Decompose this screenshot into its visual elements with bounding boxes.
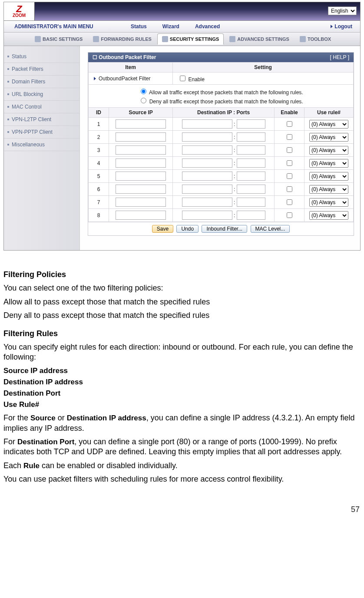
dest-port-input[interactable]	[237, 211, 265, 220]
rule-row: 1 : (0) Always	[89, 118, 354, 131]
sidebar-item-mac-control[interactable]: MAC Control	[4, 101, 79, 113]
dest-port-input[interactable]	[237, 159, 265, 168]
policy-radio-block: Allow all traffic except those packets t…	[89, 85, 354, 108]
dest-cell: :	[173, 209, 275, 222]
dest-ip-input[interactable]	[182, 172, 232, 181]
dest-ip-input[interactable]	[182, 159, 232, 168]
source-ip-input[interactable]	[116, 159, 166, 168]
rule-id: 2	[89, 131, 109, 144]
enable-outbound-checkbox[interactable]	[180, 76, 185, 81]
rule-enable-checkbox[interactable]	[287, 212, 292, 218]
radio-allow-label[interactable]: Allow all traffic except those packets t…	[91, 87, 351, 96]
dest-ip-input[interactable]	[182, 145, 232, 155]
rule-enable-checkbox[interactable]	[287, 147, 292, 153]
sidebar-item-vpn-l2tp[interactable]: VPN-L2TP Client	[4, 113, 79, 126]
dest-port-input[interactable]	[237, 145, 265, 155]
dest-ip-input[interactable]	[182, 132, 232, 142]
dest-port-input[interactable]	[237, 132, 265, 142]
tab-basic-settings[interactable]: BASIC SETTINGS	[30, 33, 87, 45]
rule-enable-checkbox[interactable]	[287, 134, 292, 140]
rule-id: 3	[89, 144, 109, 157]
use-rule-select[interactable]: (0) Always	[309, 198, 348, 207]
radio-allow[interactable]	[141, 89, 146, 94]
sidebar-item-domain-filters[interactable]: Domain Filters	[4, 76, 79, 88]
source-ip-input[interactable]	[116, 185, 166, 194]
use-rule-select[interactable]: (0) Always	[309, 211, 348, 220]
filter-config-table: Item Setting OutboundPacket Filter Enabl…	[88, 62, 354, 222]
sidebar-item-status[interactable]: Status	[4, 50, 79, 63]
rule-enable-checkbox[interactable]	[287, 199, 292, 205]
undo-button[interactable]: Undo	[176, 225, 199, 233]
dest-ip-input[interactable]	[182, 198, 232, 207]
use-rule-select[interactable]: (0) Always	[309, 133, 348, 142]
radio-deny-label[interactable]: Deny all traffic except those packets th…	[91, 96, 351, 105]
dest-port-input[interactable]	[237, 172, 265, 181]
rule-enable-checkbox[interactable]	[287, 173, 292, 179]
use-rule-cell: (0) Always	[304, 118, 354, 131]
language-select[interactable]: English	[328, 7, 357, 15]
page-number: 57	[0, 505, 364, 517]
source-ip-input[interactable]	[116, 145, 166, 155]
chevron-right-icon	[94, 77, 96, 80]
button-row: Save Undo Inbound Filter... MAC Level...	[88, 222, 354, 235]
use-rule-select[interactable]: (0) Always	[309, 172, 348, 181]
tab-forwarding-rules[interactable]: FORWARDING RULES	[88, 33, 156, 45]
source-ip-input[interactable]	[116, 198, 166, 207]
use-rule-cell: (0) Always	[304, 144, 354, 157]
dest-cell: :	[173, 144, 275, 157]
source-ip-input[interactable]	[116, 211, 166, 220]
use-rule-cell: (0) Always	[304, 183, 354, 196]
advanced-icon	[229, 36, 235, 42]
source-ip-input[interactable]	[116, 172, 166, 181]
doc-p3: Deny all to pass except those that match…	[3, 311, 361, 320]
use-rule-cell: (0) Always	[304, 131, 354, 144]
rule-enable-checkbox[interactable]	[287, 186, 292, 192]
rule-enable-checkbox[interactable]	[287, 160, 292, 166]
inbound-filter-button[interactable]: Inbound Filter...	[202, 225, 247, 233]
tab-advanced-settings[interactable]: ADVANCED SETTINGS	[225, 33, 294, 45]
dest-port-input[interactable]	[237, 185, 265, 194]
doc-p1: You can select one of the two filtering …	[3, 283, 361, 293]
sidebar-item-vpn-pptp[interactable]: VPN-PPTP Client	[4, 126, 79, 139]
panel-title: ☐ Outbound Packet Filter	[93, 54, 156, 60]
enable-cell	[275, 209, 304, 222]
use-rule-select[interactable]: (0) Always	[309, 159, 348, 168]
source-ip-input[interactable]	[116, 119, 166, 129]
nav-wizard[interactable]: Wizard	[155, 23, 187, 30]
use-rule-select[interactable]: (0) Always	[309, 120, 348, 129]
doc-p7: Each Rule can be enabled or disabled ind…	[3, 461, 361, 471]
sidebar-item-url-blocking[interactable]: URL Blocking	[4, 88, 79, 101]
radio-deny[interactable]	[141, 98, 146, 103]
toolbox-icon	[300, 36, 306, 42]
use-rule-select[interactable]: (0) Always	[309, 146, 348, 155]
use-rule-cell: (0) Always	[304, 170, 354, 183]
rule-id: 1	[89, 118, 109, 131]
help-link[interactable]: [ HELP ]	[330, 54, 349, 60]
sidebar-item-packet-filters[interactable]: Packet Filters	[4, 63, 79, 76]
dest-ip-input[interactable]	[182, 119, 232, 129]
source-ip-cell	[109, 183, 173, 196]
tab-security-settings[interactable]: SECURITY SETTINGS	[157, 33, 224, 45]
dest-ip-input[interactable]	[182, 211, 232, 220]
source-ip-cell	[109, 209, 173, 222]
use-rule-select[interactable]: (0) Always	[309, 185, 348, 194]
use-rule-cell: (0) Always	[304, 196, 354, 209]
save-button[interactable]: Save	[152, 225, 173, 233]
source-ip-input[interactable]	[116, 132, 166, 142]
nav-advanced[interactable]: Advanced	[187, 23, 228, 30]
rule-enable-checkbox[interactable]	[287, 121, 292, 127]
chevron-right-icon	[331, 25, 333, 28]
sidebar-item-miscellaneous[interactable]: Miscellaneous	[4, 139, 79, 151]
tab-toolbox[interactable]: TOOLBOX	[295, 33, 336, 45]
dest-ip-input[interactable]	[182, 185, 232, 194]
rule-id: 6	[89, 183, 109, 196]
zoom-logo: Z ZOOM	[4, 2, 35, 20]
enable-cell	[275, 157, 304, 170]
source-ip-cell	[109, 157, 173, 170]
nav-logout[interactable]: Logout	[323, 23, 360, 30]
dest-port-input[interactable]	[237, 119, 265, 129]
nav-status[interactable]: Status	[123, 23, 155, 30]
dest-port-input[interactable]	[237, 198, 265, 207]
mac-level-button[interactable]: MAC Level...	[251, 225, 290, 233]
source-ip-cell	[109, 196, 173, 209]
